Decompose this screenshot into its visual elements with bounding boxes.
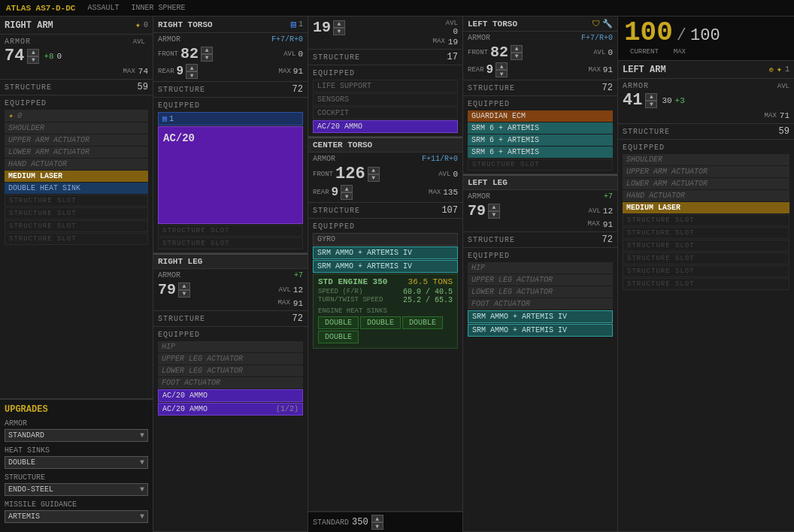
left-torso-item-ecm[interactable]: GUARDIAN ECM xyxy=(468,110,613,122)
right-leg-item-ac20-ammo[interactable]: AC/20 AMMO xyxy=(158,389,303,402)
left-torso-shield-icon: 🛡 xyxy=(592,19,600,29)
cbill-spinner[interactable]: ▲ ▼ xyxy=(371,515,383,530)
head-item-ac20-ammo[interactable]: AC/20 AMMO xyxy=(313,120,458,133)
ct-structure-label: STRUCTURE xyxy=(313,207,360,215)
ct-double-btn-3[interactable]: DOUBLE xyxy=(402,316,443,329)
left-torso-rear-up[interactable]: ▲ xyxy=(495,62,508,70)
right-arm-item-double-heat-sink[interactable]: DOUBLE HEAT SINK xyxy=(5,183,148,194)
right-arm-item-medium-laser[interactable]: MEDIUM LASER xyxy=(5,171,148,182)
left-torso-equipped-label: EQUIPPED xyxy=(468,100,613,108)
mech-class: ASSAULT xyxy=(87,4,119,12)
right-leg-structure-value: 72 xyxy=(292,313,303,324)
ct-avl-value: 0 xyxy=(453,170,458,179)
cbill-row: STANDARD 350 ▲ ▼ xyxy=(308,512,462,532)
right-torso-ac20[interactable]: AC/20 xyxy=(158,126,303,224)
head-avl-value: 0 xyxy=(453,27,458,36)
right-torso-front-down[interactable]: ▼ xyxy=(201,54,213,62)
upgrades-heat-select[interactable]: DOUBLE ▼ xyxy=(5,456,148,469)
right-leg-avl-label: AVL xyxy=(279,286,291,294)
head-armor-up[interactable]: ▲ xyxy=(333,20,345,28)
right-torso-rear-up[interactable]: ▲ xyxy=(186,64,198,71)
right-torso-avl-label: AVL xyxy=(283,50,295,58)
head-armor-down[interactable]: ▼ xyxy=(333,28,345,35)
left-leg-header: LEFT LEG xyxy=(463,174,617,190)
right-torso-rear-max-label: MAX xyxy=(279,68,291,75)
right-torso-rear-max-value: 91 xyxy=(293,67,303,76)
ct-heat-label: ENGINE HEAT SINKS xyxy=(318,307,387,315)
upgrades-armor-select[interactable]: STANDARD ▼ xyxy=(5,429,148,442)
right-torso-rear-down[interactable]: ▼ xyxy=(186,71,198,79)
left-arm-item-shoulder: SHOULDER xyxy=(623,154,789,165)
left-leg-item-srm-ammo-1[interactable]: SRM AMMO + ARTEMIS IV xyxy=(468,310,613,323)
upgrades-title: UPGRADES xyxy=(5,404,148,415)
left-torso-item-srm2[interactable]: SRM 6 + ARTEMIS xyxy=(468,135,613,146)
top-bar: ATLAS AS7-D-DC ASSAULT INNER SPHERE xyxy=(0,0,794,17)
right-leg-equipped-label: EQUIPPED xyxy=(158,331,303,339)
upgrades-structure-select[interactable]: ENDO-STEEL ▼ xyxy=(5,483,148,496)
left-arm-armor-avl-label: AVL xyxy=(777,83,789,90)
left-torso-rear-down[interactable]: ▼ xyxy=(495,70,508,77)
right-leg-armor-down[interactable]: ▼ xyxy=(178,290,190,298)
right-arm-armor-avl-label: AVL xyxy=(133,38,145,46)
left-torso-struct-slot: STRUCTURE SLOT xyxy=(468,159,613,171)
tonnage-max: 100 xyxy=(690,28,720,44)
ct-item-srm-ammo-1[interactable]: SRM AMMO + ARTEMIS IV xyxy=(313,246,458,259)
left-arm-star-icon: ✦ xyxy=(777,64,782,75)
right-leg-armor-up[interactable]: ▲ xyxy=(178,283,190,290)
ct-rear-down[interactable]: ▼ xyxy=(341,192,353,200)
right-torso-header: RIGHT TORSO ▤ 1 xyxy=(153,17,308,33)
left-arm-armor-down[interactable]: ▼ xyxy=(645,101,657,108)
left-torso-item-srm3[interactable]: SRM 6 + ARTEMIS xyxy=(468,147,613,158)
ct-double-btn-1[interactable]: DOUBLE xyxy=(318,316,359,329)
upgrades-heat-label: HEAT SINKS xyxy=(5,446,148,455)
right-arm-armor-down[interactable]: ▼ xyxy=(27,56,39,64)
right-torso-structure-label: STRUCTURE xyxy=(158,86,205,94)
ct-front-up[interactable]: ▲ xyxy=(368,167,380,174)
left-arm-armor-up[interactable]: ▲ xyxy=(645,93,657,101)
ct-engine-tonnage: 36.5 TONS xyxy=(408,277,453,286)
right-torso-front-up[interactable]: ▲ xyxy=(201,47,213,54)
ct-double-btn-2[interactable]: DOUBLE xyxy=(360,316,401,329)
left-arm-title: LEFT ARM xyxy=(623,65,666,75)
right-arm-armor-avl-value: +8 xyxy=(44,52,53,61)
tonnage-max-label: MAX xyxy=(674,48,686,56)
ct-front-down[interactable]: ▼ xyxy=(368,174,380,182)
left-arm-item-lower-arm: LOWER ARM ACTUATOR xyxy=(623,178,789,189)
left-torso-front-down[interactable]: ▼ xyxy=(511,53,523,60)
left-torso-wrench-icon: 🔧 xyxy=(602,19,613,29)
head-item-cockpit: COCKPIT xyxy=(313,107,458,119)
left-arm-target-icon: ⊕ xyxy=(769,65,774,74)
right-torso-icon-val: 1 xyxy=(299,20,303,29)
left-torso-front-up[interactable]: ▲ xyxy=(511,45,523,53)
left-arm-struct-slot-2: STRUCTURE SLOT xyxy=(623,227,789,239)
left-leg-armor-down[interactable]: ▼ xyxy=(488,211,500,219)
right-arm-max-value: 74 xyxy=(138,67,148,76)
mech-name: ATLAS AS7-D-DC xyxy=(6,4,75,13)
left-arm-armor-label: ARMOR xyxy=(623,82,649,90)
head-structure-value: 17 xyxy=(447,52,458,62)
right-arm-struct-slot-3: STRUCTURE SLOT xyxy=(5,220,148,232)
right-arm-struct-slot-4: STRUCTURE SLOT xyxy=(5,233,148,245)
left-arm-item-medium-laser[interactable]: MEDIUM LASER xyxy=(623,202,789,213)
left-arm-struct-slot-4: STRUCTURE SLOT xyxy=(623,252,789,264)
head-avl-label: AVL xyxy=(446,20,458,27)
left-torso-rear-max-label: MAX xyxy=(589,66,601,74)
cbill-up[interactable]: ▲ xyxy=(371,515,383,522)
head-armor-value: 19 xyxy=(313,19,331,36)
left-torso-avl-label: AVL xyxy=(593,49,605,56)
ct-item-srm-ammo-2[interactable]: SRM AMMO + ARTEMIS IV xyxy=(313,260,458,273)
cbill-down[interactable]: ▼ xyxy=(371,522,383,530)
left-arm-avl-num: 30 xyxy=(662,96,671,105)
right-leg-header: RIGHT LEG xyxy=(153,253,308,269)
upgrades-missile-select[interactable]: ARTEMIS ▼ xyxy=(5,510,148,523)
left-torso-title: LEFT TORSO xyxy=(468,20,517,29)
left-torso-item-srm1[interactable]: SRM 6 + ARTEMIS xyxy=(468,122,613,134)
ct-structure-value: 107 xyxy=(441,205,458,216)
left-leg-armor-up[interactable]: ▲ xyxy=(488,204,500,211)
cbill-value: 350 xyxy=(352,517,368,527)
right-leg-item-ac20-ammo-partial[interactable]: AC/20 AMMO (1/2) xyxy=(158,403,303,416)
right-arm-armor-up[interactable]: ▲ xyxy=(27,49,39,56)
left-leg-item-srm-ammo-2[interactable]: SRM AMMO + ARTEMIS IV xyxy=(468,324,613,337)
ct-double-btn-4[interactable]: DOUBLE xyxy=(318,331,359,343)
ct-rear-up[interactable]: ▲ xyxy=(341,185,353,192)
